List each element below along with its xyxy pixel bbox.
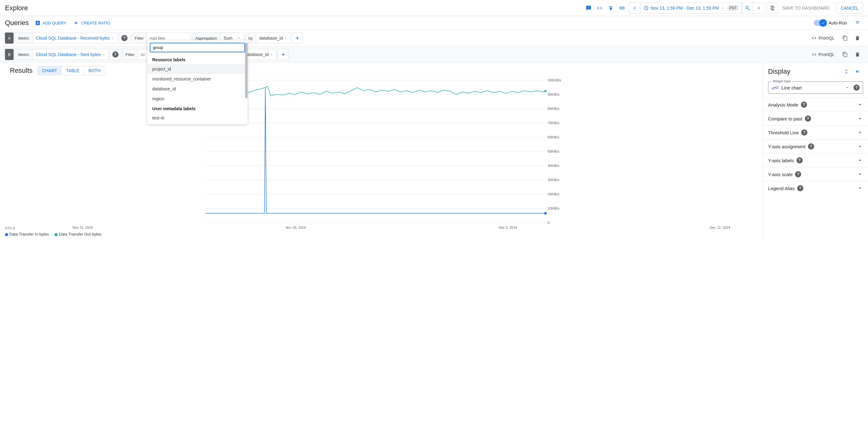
- section-label: Analysis Mode: [768, 102, 798, 108]
- feedback-icon[interactable]: [583, 2, 594, 13]
- plus-box-icon: [35, 20, 40, 26]
- dropdown-item-test-rk[interactable]: test-rk: [147, 113, 248, 123]
- section-yaxis-labels[interactable]: Y-axis labels?: [763, 153, 868, 167]
- metric-selector-b[interactable]: Metric Cloud SQL Database - Sent bytes: [15, 49, 108, 60]
- results-tabs: CHART TABLE BOTH: [37, 66, 105, 75]
- auto-run-label: Auto-Run: [829, 21, 847, 25]
- widget-help-icon[interactable]: ?: [854, 85, 860, 91]
- help-icon[interactable]: ?: [795, 171, 801, 177]
- series-in-end-dot: [544, 212, 547, 214]
- code-icon: [812, 52, 817, 57]
- dropdown-item-region[interactable]: region: [147, 94, 248, 104]
- xtick: Nov 21, 2024: [72, 226, 93, 230]
- query-row-a: A Metric Cloud SQL Database - Received b…: [0, 30, 868, 47]
- promql-link-a[interactable]: PromQL: [812, 36, 835, 40]
- legend-item-out: Data Transfer Out bytes: [55, 232, 101, 237]
- ytick: 30KiB/s: [548, 178, 559, 182]
- metric-selector-a[interactable]: Metric Cloud SQL Database - Received byt…: [15, 32, 118, 43]
- series-in: [206, 88, 546, 213]
- dropdown-item-database-id[interactable]: database_id: [147, 84, 248, 94]
- chart-area: Results CHART TABLE BOTH: [0, 63, 763, 239]
- query-letter-a: A: [5, 32, 13, 43]
- metric-value-a: Cloud SQL Database - Received bytes: [36, 36, 110, 40]
- filter-box-b: Filter: [122, 49, 148, 60]
- filter-input-a[interactable]: [147, 36, 190, 40]
- chart-legend: Data Transfer In bytes Data Transfer Out…: [5, 230, 759, 237]
- add-group-b[interactable]: [278, 49, 289, 60]
- add-group-a[interactable]: [292, 32, 303, 43]
- help-icon[interactable]: ?: [797, 157, 803, 163]
- section-analysis-mode[interactable]: Analysis Mode?: [763, 97, 868, 112]
- filter-input-b[interactable]: [138, 52, 147, 57]
- page-title: Explore: [5, 4, 28, 12]
- dropdown-search-input[interactable]: [150, 43, 245, 52]
- dropdown-scrollbar[interactable]: [245, 43, 248, 98]
- chevron-down-icon: [857, 116, 863, 122]
- dropdown-item-monitored-resource[interactable]: monitored_resource_container: [147, 74, 248, 84]
- save-to-dashboard-button[interactable]: SAVE TO DASHBOARD: [778, 2, 834, 13]
- query-letter-b: B: [5, 49, 13, 60]
- collapse-queries-icon[interactable]: [852, 17, 863, 28]
- delete-query-b[interactable]: [852, 49, 863, 60]
- tab-both[interactable]: BOTH: [84, 66, 105, 75]
- metric-help-b[interactable]: ?: [110, 49, 121, 60]
- sync-off-icon[interactable]: [767, 2, 778, 13]
- auto-run-toggle[interactable]: [814, 20, 826, 26]
- section-label: Legend Alias: [768, 186, 795, 191]
- xtick: Dec 12, 2024: [710, 226, 730, 230]
- cancel-button[interactable]: CANCEL: [836, 2, 863, 13]
- copy-query-a[interactable]: [840, 32, 851, 43]
- tab-chart[interactable]: CHART: [38, 66, 61, 75]
- dropdown-icon: [102, 53, 105, 56]
- ytick: 90KiB/s: [548, 93, 559, 96]
- copy-query-b[interactable]: [840, 49, 851, 60]
- delete-query-a[interactable]: [852, 32, 863, 43]
- time-search-button[interactable]: [742, 3, 753, 13]
- groupby-selector-a[interactable]: by database_id: [245, 32, 290, 43]
- section-legend-alias[interactable]: Legend Alias?: [763, 181, 868, 195]
- dropdown-heading-resource: Resource labels: [147, 55, 248, 64]
- create-ratio-button[interactable]: CREATE RATIO: [74, 20, 110, 26]
- download-icon[interactable]: [605, 2, 616, 13]
- section-label: Y-axis assignment: [768, 144, 805, 149]
- metric-label: Metric: [15, 49, 32, 60]
- ytick: 40KiB/s: [548, 164, 559, 168]
- code-export-icon[interactable]: [594, 2, 605, 13]
- create-ratio-label: CREATE RATIO: [81, 21, 110, 25]
- expand-collapse-icon[interactable]: [841, 66, 852, 77]
- dropdown-icon: [845, 86, 849, 89]
- widget-type-select[interactable]: Widget type Line chart ?: [768, 82, 863, 94]
- chevron-down-icon: [857, 101, 863, 108]
- promql-label: PromQL: [818, 36, 835, 40]
- section-yaxis-assign[interactable]: Y-axis assignment?: [763, 139, 868, 153]
- help-icon[interactable]: ?: [808, 143, 814, 150]
- time-next-button[interactable]: [753, 3, 764, 13]
- dropdown-icon: [721, 6, 724, 9]
- promql-label: PromQL: [818, 52, 835, 57]
- time-range-button[interactable]: Nov 13, 1:59 PM - Dec 13, 1:59 PM PST: [640, 3, 742, 13]
- section-label: Y-axis scale: [768, 172, 793, 177]
- series-out-end-dot: [545, 90, 547, 92]
- filter-dropdown: Resource labels project_id monitored_res…: [147, 40, 248, 124]
- help-icon[interactable]: ?: [805, 116, 811, 122]
- help-icon[interactable]: ?: [797, 185, 803, 191]
- metric-help-a[interactable]: ?: [119, 32, 130, 43]
- section-threshold[interactable]: Threshold Line?: [763, 125, 868, 139]
- time-range-picker: Nov 13, 1:59 PM - Dec 13, 1:59 PM PST: [629, 2, 764, 13]
- promql-link-b[interactable]: PromQL: [812, 52, 835, 57]
- panel-collapse-icon[interactable]: [852, 66, 863, 77]
- add-query-button[interactable]: ADD QUERY: [35, 20, 66, 26]
- section-compare-past[interactable]: Compare to past?: [763, 112, 868, 125]
- help-icon[interactable]: ?: [801, 101, 807, 108]
- section-label: Compare to past: [768, 116, 802, 121]
- section-yaxis-scale[interactable]: Y-axis scale?: [763, 167, 868, 181]
- help-icon[interactable]: ?: [801, 129, 807, 136]
- time-prev-button[interactable]: [629, 3, 640, 13]
- link-icon[interactable]: [616, 2, 627, 13]
- tab-table[interactable]: TABLE: [61, 66, 84, 75]
- check-icon: [821, 21, 825, 25]
- legend-item-in: Data Transfer In bytes: [5, 232, 49, 237]
- dropdown-icon: [270, 53, 273, 56]
- ytick: 60KiB/s: [548, 135, 559, 139]
- dropdown-item-project-id[interactable]: project_id: [147, 64, 248, 74]
